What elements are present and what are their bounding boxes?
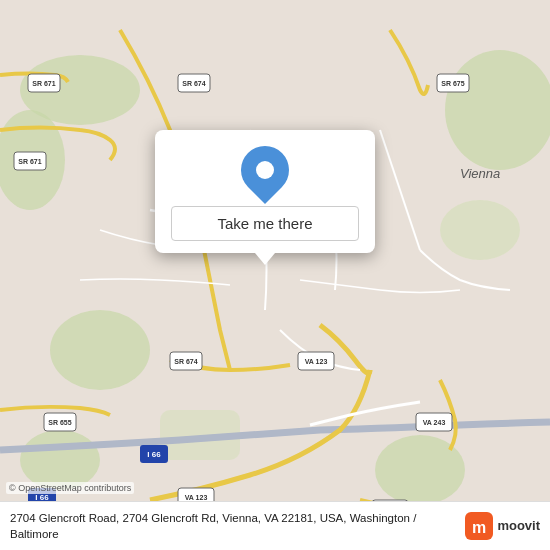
svg-text:SR 674: SR 674 xyxy=(174,358,197,365)
bottom-bar: 2704 Glencroft Road, 2704 Glencroft Rd, … xyxy=(0,501,550,550)
svg-point-2 xyxy=(445,50,550,170)
svg-point-5 xyxy=(20,430,100,490)
svg-text:VA 243: VA 243 xyxy=(423,419,446,426)
svg-text:m: m xyxy=(472,519,486,536)
openstreetmap-credit: © OpenStreetMap contributors xyxy=(6,482,134,494)
location-pin-icon xyxy=(231,136,299,204)
svg-text:SR 655: SR 655 xyxy=(48,419,71,426)
svg-text:SR 671: SR 671 xyxy=(18,158,41,165)
moovit-text: moovit xyxy=(497,518,540,533)
svg-text:SR 675: SR 675 xyxy=(441,80,464,87)
svg-text:SR 674: SR 674 xyxy=(182,80,205,87)
location-pin-dot xyxy=(256,161,274,179)
moovit-logo[interactable]: m moovit xyxy=(465,512,540,540)
map-svg: I 66 I 66 xyxy=(0,0,550,550)
svg-text:Vienna: Vienna xyxy=(460,166,500,181)
map-container: I 66 I 66 xyxy=(0,0,550,550)
address-text: 2704 Glencroft Road, 2704 Glencroft Rd, … xyxy=(10,510,457,542)
svg-text:I 66: I 66 xyxy=(147,450,161,459)
svg-text:SR 671: SR 671 xyxy=(32,80,55,87)
svg-point-4 xyxy=(50,310,150,390)
take-me-there-button[interactable]: Take me there xyxy=(171,206,359,241)
moovit-icon: m xyxy=(465,512,493,540)
svg-point-3 xyxy=(440,200,520,260)
popup-card: Take me there xyxy=(155,130,375,253)
svg-text:VA 123: VA 123 xyxy=(305,358,328,365)
